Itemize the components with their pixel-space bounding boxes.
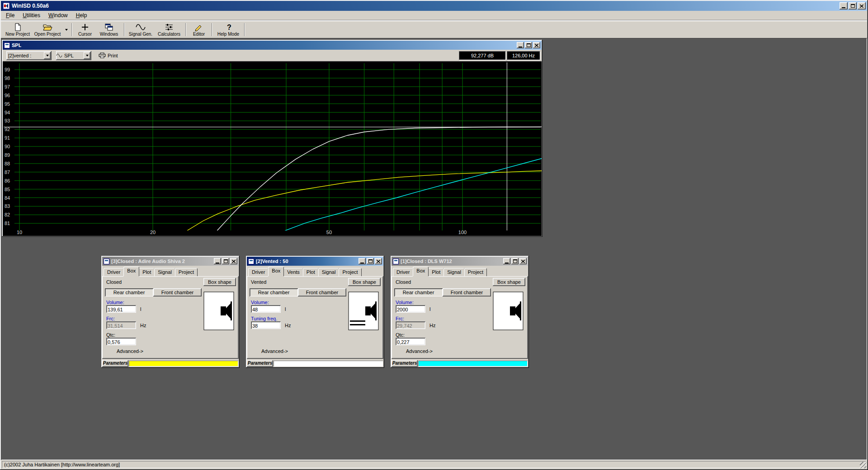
qtc-input[interactable] [106,338,136,345]
qtc-input[interactable] [396,338,425,345]
minimize-button[interactable] [840,2,848,9]
window-titlebar[interactable]: [3]Closed : Adire Audio Shiva 2 [102,257,239,266]
spl-chart-canvas[interactable]: 9998979695949392919089888786858483828110… [3,61,542,236]
window-titlebar[interactable]: [1]Closed : DLS W712 [392,257,528,266]
menu-help[interactable]: Help [72,11,91,20]
front-chamber-button[interactable]: Front chamber [443,288,491,296]
open-project-button[interactable]: Open Project [32,22,63,38]
parameters-tab[interactable]: Parameters [392,360,418,367]
rear-chamber-button[interactable]: Rear chamber [250,288,298,296]
box-type-label: Vented [251,279,266,285]
svg-text:85: 85 [5,187,10,192]
parameters-tab[interactable]: Parameters [102,360,128,367]
tab-project[interactable]: Project [464,268,487,276]
minimize-button[interactable] [503,258,510,264]
print-button[interactable]: Print [96,51,121,61]
minimize-button[interactable] [214,258,221,264]
main-titlebar[interactable]: WinISD 0.50a6 [1,1,867,11]
cursor-button[interactable]: Cursor [74,22,96,38]
tab-driver[interactable]: Driver [248,268,269,276]
tuning-freq-label: Tuning freq. [251,316,277,321]
toolbar-separator [244,23,245,36]
plot-type-combo[interactable]: SPL [56,51,91,60]
frc-unit: Hz [140,323,146,328]
volume-input[interactable] [106,305,136,313]
svg-text:87: 87 [5,169,10,175]
editor-button[interactable]: Editor [188,22,210,38]
advanced-button[interactable]: Advanced-> [261,348,288,354]
maximize-button[interactable] [525,42,532,48]
tab-project[interactable]: Project [339,268,361,276]
menu-window[interactable]: Window [44,11,72,20]
close-button[interactable] [230,258,237,264]
tab-box[interactable]: Box [413,267,429,276]
menu-utilities[interactable]: Utilities [19,11,44,20]
tab-plot[interactable]: Plot [303,268,319,276]
tab-driver[interactable]: Driver [393,268,413,276]
box-shape-button[interactable]: Box shape [203,278,236,286]
tab-plot[interactable]: Plot [139,268,155,276]
svg-text:98: 98 [5,75,10,81]
tuning-freq-input[interactable] [251,321,281,329]
advanced-button[interactable]: Advanced-> [406,348,433,354]
close-button[interactable] [519,258,527,264]
front-chamber-button[interactable]: Front chamber [298,288,346,296]
close-button[interactable] [375,258,382,264]
signal-gen-button[interactable]: Signal Gen. [127,22,155,38]
curve-color-stripe [274,361,383,367]
calculators-button[interactable]: Calculators [155,22,184,38]
svg-text:97: 97 [5,84,10,89]
volume-input[interactable] [396,305,425,313]
svg-text:99: 99 [5,67,10,72]
spl-toolbar: [2]vented : SPL [3,50,542,61]
tab-signal[interactable]: Signal [443,268,465,276]
minimize-button[interactable] [359,258,366,264]
svg-text:88: 88 [5,161,10,166]
frc-label: Frc: [396,316,404,321]
help-mode-button[interactable]: ? Help Mode [214,22,242,38]
box-shape-button[interactable]: Box shape [493,278,525,286]
volume-input[interactable] [251,305,281,313]
spl-titlebar[interactable]: SPL [3,41,542,50]
maximize-button[interactable] [367,258,374,264]
tab-box[interactable]: Box [268,267,284,276]
windows-button[interactable]: Windows [96,22,122,38]
front-chamber-button[interactable]: Front chamber [153,288,202,296]
new-project-button[interactable]: New Project [4,22,32,38]
maximize-button[interactable] [511,258,519,264]
rear-chamber-button[interactable]: Rear chamber [394,288,443,296]
svg-text:86: 86 [5,178,10,183]
minimize-button[interactable] [517,42,524,48]
tab-plot[interactable]: Plot [428,268,444,276]
menubar: File Utilities Window Help [1,11,867,20]
window-titlebar[interactable]: [2]Vented : 50 [247,257,383,266]
tab-box[interactable]: Box [123,267,139,276]
resize-grip[interactable] [860,462,866,468]
frc-input[interactable] [396,321,425,329]
chevron-down-icon[interactable] [44,52,51,59]
close-button[interactable] [533,42,540,48]
svg-text:81: 81 [5,221,10,226]
svg-text:100: 100 [458,230,467,235]
tab-strip: Driver Box Vents Plot Signal Project [247,267,383,276]
spl-window-title: SPL [12,42,21,48]
box-shape-preview [348,291,379,330]
plot-source-combo[interactable]: [2]vented : [6,51,52,60]
spl-chart[interactable]: 9998979695949392919089888786858483828110… [3,61,542,236]
menu-file[interactable]: File [2,11,19,20]
tab-signal[interactable]: Signal [154,268,175,276]
box-shape-button[interactable]: Box shape [348,278,381,286]
tab-driver[interactable]: Driver [104,268,124,276]
rear-chamber-button[interactable]: Rear chamber [105,288,153,296]
advanced-button[interactable]: Advanced-> [117,348,143,354]
maximize-button[interactable] [849,2,857,9]
maximize-button[interactable] [222,258,229,264]
chevron-down-icon[interactable] [84,52,90,59]
tab-vents[interactable]: Vents [283,268,303,276]
frc-input[interactable] [106,321,136,329]
tab-signal[interactable]: Signal [318,268,340,276]
tab-project[interactable]: Project [175,268,198,276]
open-project-dropdown-icon[interactable] [65,29,68,31]
parameters-tab[interactable]: Parameters [247,360,273,367]
close-button[interactable] [858,2,866,9]
